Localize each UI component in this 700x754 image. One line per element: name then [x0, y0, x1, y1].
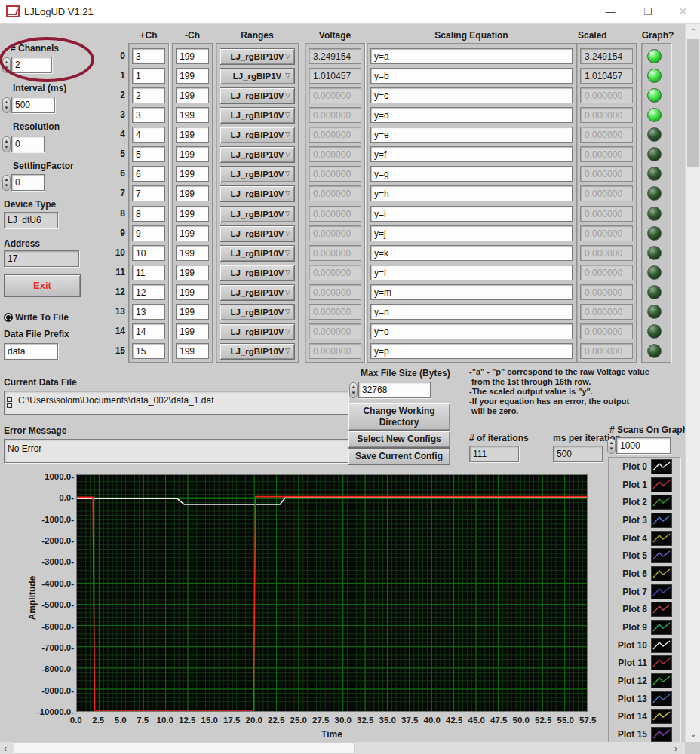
graph-led[interactable]: [647, 127, 662, 142]
select-new-configs-button[interactable]: Select New Configs: [348, 431, 450, 448]
range-dropdown[interactable]: LJ_rgBIP10V▽: [220, 146, 295, 163]
minimize-button[interactable]: —: [593, 0, 628, 23]
settling-spinner[interactable]: ▲▼: [2, 175, 11, 191]
scroll-down-icon[interactable]: ⌄: [690, 730, 696, 738]
neg-ch-input[interactable]: 199: [176, 245, 209, 261]
close-button[interactable]: ✕: [665, 0, 700, 23]
pos-ch-input[interactable]: 6: [132, 166, 165, 182]
max-file-size-spinner[interactable]: ▲▼: [349, 382, 358, 398]
pos-ch-input[interactable]: 1: [132, 68, 165, 84]
neg-ch-input[interactable]: 199: [176, 304, 209, 320]
graph-led[interactable]: [647, 226, 662, 241]
max-file-size-input[interactable]: 32768: [358, 382, 431, 398]
graph-led[interactable]: [647, 285, 662, 299]
graph-led[interactable]: [647, 305, 662, 319]
channels-spinner[interactable]: ▲▼: [2, 57, 11, 73]
graph-led[interactable]: [647, 88, 662, 103]
range-dropdown[interactable]: LJ_rgBIP10V▽: [220, 206, 295, 222]
legend-item-plot-10[interactable]: Plot 10: [609, 636, 680, 654]
legend-item-plot-0[interactable]: Plot 0: [609, 458, 680, 476]
graph-led[interactable]: [647, 49, 662, 63]
graph-led[interactable]: [647, 324, 662, 339]
range-dropdown[interactable]: LJ_rgBIP10V▽: [220, 48, 295, 65]
neg-ch-input[interactable]: 199: [176, 206, 209, 222]
scaling-equation-input[interactable]: y=e: [370, 127, 573, 143]
neg-ch-input[interactable]: 199: [176, 265, 209, 280]
range-dropdown[interactable]: LJ_rgBIP10V▽: [220, 284, 295, 301]
scaling-equation-input[interactable]: y=o: [370, 323, 573, 339]
neg-ch-input[interactable]: 199: [176, 323, 209, 339]
scaling-equation-input[interactable]: y=g: [370, 166, 573, 182]
legend-item-plot-8[interactable]: Plot 8: [609, 601, 680, 619]
resolution-input[interactable]: 0: [11, 136, 45, 152]
channels-input[interactable]: 2: [11, 57, 52, 73]
scaling-equation-input[interactable]: y=f: [370, 146, 573, 162]
pos-ch-input[interactable]: 8: [132, 206, 165, 222]
range-dropdown[interactable]: LJ_rgBIP10V▽: [220, 245, 295, 262]
pos-ch-input[interactable]: 3: [132, 48, 165, 64]
scroll-left-icon[interactable]: ‹: [4, 743, 7, 754]
pos-ch-input[interactable]: 4: [132, 127, 165, 143]
range-dropdown[interactable]: LJ_rgBIP10V▽: [220, 87, 295, 104]
exit-button[interactable]: Exit: [4, 274, 81, 297]
change-working-directory-button[interactable]: Change Working Directory: [348, 403, 450, 431]
neg-ch-input[interactable]: 199: [176, 225, 209, 241]
interval-input[interactable]: 500: [11, 97, 55, 113]
scaling-equation-input[interactable]: y=n: [370, 304, 573, 320]
range-dropdown[interactable]: LJ_rgBIP10V▽: [220, 343, 295, 360]
current-data-file-value[interactable]: C:\Users\solom\Documents\data_002\data_1…: [4, 391, 348, 415]
neg-ch-input[interactable]: 199: [176, 343, 209, 359]
scroll-up-icon[interactable]: ⌃: [690, 27, 696, 35]
range-dropdown[interactable]: LJ_rgBIP10V▽: [220, 107, 295, 124]
pos-ch-input[interactable]: 15: [132, 343, 165, 359]
legend-item-plot-9[interactable]: Plot 9: [609, 618, 680, 636]
graph-led[interactable]: [647, 265, 662, 280]
pos-ch-input[interactable]: 3: [132, 107, 165, 123]
legend-item-plot-6[interactable]: Plot 6: [609, 565, 680, 583]
resolution-spinner[interactable]: ▲▼: [2, 136, 11, 152]
scaling-equation-input[interactable]: y=c: [370, 87, 573, 103]
scans-on-graph-spinner[interactable]: ▲▼: [607, 438, 616, 454]
pos-ch-input[interactable]: 7: [132, 185, 165, 201]
neg-ch-input[interactable]: 199: [176, 48, 209, 64]
graph-led[interactable]: [647, 246, 662, 260]
scaling-equation-input[interactable]: y=k: [370, 245, 573, 261]
graph-led[interactable]: [647, 108, 662, 122]
neg-ch-input[interactable]: 199: [176, 284, 209, 300]
neg-ch-input[interactable]: 199: [176, 107, 209, 123]
graph-led[interactable]: [647, 167, 662, 181]
range-dropdown[interactable]: LJ_rgBIP10V▽: [220, 225, 295, 242]
legend-item-plot-3[interactable]: Plot 3: [609, 511, 680, 529]
vertical-scrollbar[interactable]: ⌃ ⌄: [685, 24, 700, 742]
neg-ch-input[interactable]: 199: [176, 166, 209, 182]
range-dropdown[interactable]: LJ_rgBIP10V▽: [220, 265, 295, 281]
graph-led[interactable]: [647, 69, 662, 83]
neg-ch-input[interactable]: 199: [176, 185, 209, 201]
scaling-equation-input[interactable]: y=i: [370, 206, 573, 222]
graph-led[interactable]: [647, 186, 662, 201]
graph-led[interactable]: [647, 147, 662, 161]
scroll-right-icon[interactable]: ›: [674, 743, 677, 754]
pos-ch-input[interactable]: 9: [132, 225, 165, 241]
legend-item-plot-13[interactable]: Plot 13: [609, 690, 680, 708]
pos-ch-input[interactable]: 10: [132, 245, 165, 261]
vertical-scroll-thumb[interactable]: [687, 39, 699, 167]
interval-spinner[interactable]: ▲▼: [2, 97, 11, 113]
legend-item-plot-14[interactable]: Plot 14: [609, 708, 680, 726]
horizontal-scroll-thumb[interactable]: [14, 742, 355, 754]
write-to-file-radio[interactable]: [4, 313, 13, 322]
settling-input[interactable]: 0: [11, 174, 45, 191]
range-dropdown[interactable]: LJ_rgBIP10V▽: [220, 166, 295, 182]
neg-ch-input[interactable]: 199: [176, 146, 209, 162]
legend-item-plot-15[interactable]: Plot 15: [609, 725, 680, 743]
pos-ch-input[interactable]: 13: [132, 304, 165, 320]
device-type-value[interactable]: LJ_dtU6: [4, 212, 58, 228]
pos-ch-input[interactable]: 14: [132, 323, 165, 339]
range-dropdown[interactable]: LJ_rgBIP10V▽: [220, 127, 295, 143]
data-file-prefix-input[interactable]: data: [4, 343, 58, 360]
neg-ch-input[interactable]: 199: [176, 87, 209, 103]
pos-ch-input[interactable]: 12: [132, 284, 165, 300]
legend-item-plot-11[interactable]: Plot 11: [609, 654, 680, 673]
scaling-equation-input[interactable]: y=p: [370, 343, 573, 359]
scaling-equation-input[interactable]: y=h: [370, 185, 573, 201]
